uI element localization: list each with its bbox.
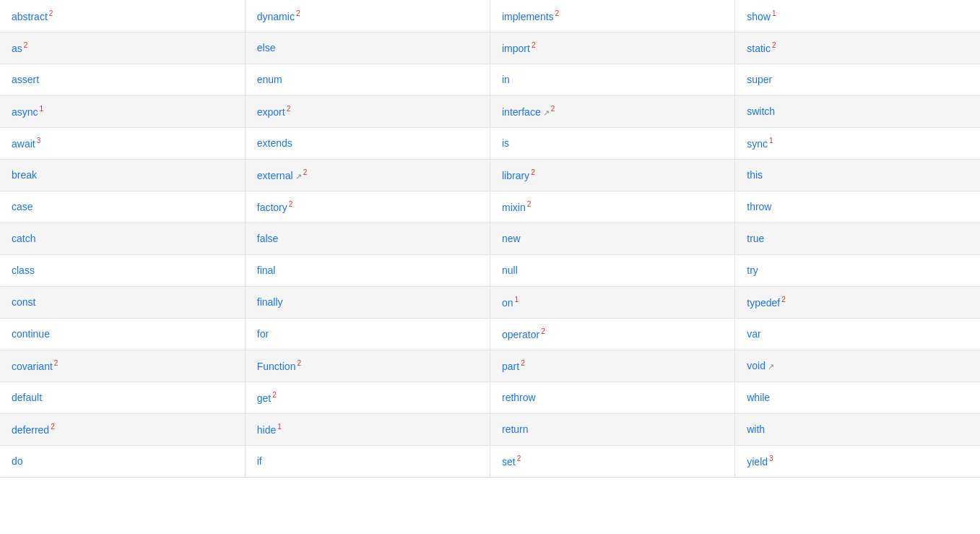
superscript-number: 2 — [303, 168, 308, 176]
keyword-cell: enum — [245, 64, 490, 95]
keyword-cell: try — [735, 254, 980, 286]
keyword-link[interactable]: external — [257, 170, 293, 181]
keyword-cell: case — [0, 191, 245, 223]
keyword-link[interactable]: do — [12, 455, 23, 467]
keyword-cell: final — [245, 254, 490, 286]
keyword-cell: sync1 — [735, 127, 980, 159]
keyword-cell: switch — [735, 95, 980, 127]
keyword-link[interactable]: library — [502, 170, 529, 181]
keyword-link[interactable]: covariant — [12, 361, 53, 372]
keyword-cell: assert — [0, 64, 245, 95]
keyword-link[interactable]: as — [12, 43, 22, 54]
keyword-link[interactable]: is — [502, 137, 509, 149]
keyword-cell: dynamic2 — [245, 0, 490, 32]
keyword-cell: static2 — [735, 32, 980, 64]
keyword-link[interactable]: while — [747, 392, 770, 403]
table-row: as2elseimport2static2 — [0, 32, 980, 64]
keyword-cell: const — [0, 286, 245, 318]
keyword-link[interactable]: abstract — [12, 11, 48, 22]
keyword-link[interactable]: const — [12, 296, 35, 308]
keyword-link[interactable]: operator — [502, 329, 539, 340]
keyword-cell: finally — [245, 286, 490, 318]
keyword-link[interactable]: break — [12, 169, 37, 181]
keyword-link[interactable]: sync — [747, 138, 768, 150]
superscript-number: 1 — [772, 9, 776, 17]
keyword-link[interactable]: extends — [257, 137, 292, 149]
keyword-link[interactable]: finally — [257, 296, 283, 308]
keyword-link[interactable]: default — [12, 392, 42, 403]
keyword-link[interactable]: throw — [747, 201, 771, 212]
keyword-link[interactable]: this — [747, 169, 763, 181]
keyword-link[interactable]: yield — [747, 456, 768, 468]
keyword-link[interactable]: var — [747, 328, 760, 340]
keyword-link[interactable]: await — [12, 138, 35, 150]
keyword-link[interactable]: deferred — [12, 424, 49, 436]
superscript-number: 2 — [531, 168, 535, 176]
keyword-link[interactable]: enum — [257, 74, 282, 85]
keyword-cell: show1 — [735, 0, 980, 32]
keyword-link[interactable]: true — [747, 233, 764, 244]
keyword-link[interactable]: in — [502, 74, 510, 85]
table-row: await3extendsissync1 — [0, 127, 980, 159]
keyword-cell: typedef2 — [735, 286, 980, 318]
keyword-link[interactable]: super — [747, 74, 772, 85]
keyword-link[interactable]: export — [257, 106, 285, 118]
keyword-link[interactable]: factory — [257, 202, 287, 213]
keyword-link[interactable]: typedef — [747, 297, 780, 309]
keyword-cell: true — [735, 223, 980, 254]
keyword-link[interactable]: class — [12, 264, 35, 276]
keyword-link[interactable]: on — [502, 297, 513, 309]
keyword-link[interactable]: new — [502, 233, 521, 244]
keyword-link[interactable]: void — [747, 360, 766, 371]
superscript-number: 1 — [769, 137, 773, 145]
keyword-cell: break — [0, 159, 245, 191]
keyword-cell: set2 — [490, 445, 735, 477]
superscript-number: 2 — [772, 41, 776, 49]
keyword-link[interactable]: for — [257, 328, 269, 340]
superscript-number: 2 — [24, 41, 28, 49]
superscript-number: 3 — [37, 137, 41, 145]
keyword-link[interactable]: mixin — [502, 202, 526, 213]
keyword-link[interactable]: async — [12, 106, 38, 118]
keyword-link[interactable]: implements — [502, 11, 554, 22]
superscript-number: 2 — [49, 9, 53, 17]
keyword-link[interactable]: null — [502, 264, 518, 276]
keyword-link[interactable]: if — [257, 455, 262, 467]
keyword-link[interactable]: with — [747, 423, 765, 435]
keyword-link[interactable]: get — [257, 392, 271, 404]
keyword-link[interactable]: catch — [12, 233, 35, 244]
keyword-link[interactable]: set — [502, 456, 516, 468]
superscript-number: 2 — [296, 9, 300, 17]
keyword-link[interactable]: Function — [257, 361, 296, 372]
keyword-cell: null — [490, 254, 735, 286]
keyword-cell: default — [0, 382, 245, 413]
keyword-link[interactable]: assert — [12, 74, 39, 85]
keyword-cell: var — [735, 318, 980, 350]
keyword-link[interactable]: static — [747, 43, 771, 54]
keyword-link[interactable]: show — [747, 11, 771, 22]
keyword-link[interactable]: interface — [502, 106, 541, 118]
superscript-number: 2 — [51, 423, 55, 431]
keyword-link[interactable]: dynamic — [257, 11, 295, 22]
keyword-cell: catch — [0, 223, 245, 254]
superscript-number: 2 — [555, 9, 560, 17]
keyword-link[interactable]: else — [257, 42, 276, 53]
keyword-cell: class — [0, 254, 245, 286]
keyword-link[interactable]: hide — [257, 424, 276, 436]
keyword-link[interactable]: import — [502, 43, 530, 54]
table-row: covariant2Function2part2void ↗ — [0, 350, 980, 382]
keyword-link[interactable]: switch — [747, 105, 775, 117]
keyword-link[interactable]: return — [502, 423, 529, 435]
keyword-cell: library2 — [490, 159, 735, 191]
keyword-link[interactable]: try — [747, 264, 758, 276]
table-row: catchfalsenewtrue — [0, 223, 980, 254]
keyword-link[interactable]: false — [257, 233, 279, 244]
keyword-link[interactable]: continue — [12, 328, 50, 340]
keyword-link[interactable]: part — [502, 361, 519, 372]
superscript-number: 2 — [527, 200, 532, 208]
keyword-cell: abstract2 — [0, 0, 245, 32]
table-row: deferred2hide1returnwith — [0, 413, 980, 445]
keyword-link[interactable]: rethrow — [502, 392, 536, 403]
keyword-link[interactable]: final — [257, 264, 276, 276]
keyword-link[interactable]: case — [12, 201, 33, 212]
